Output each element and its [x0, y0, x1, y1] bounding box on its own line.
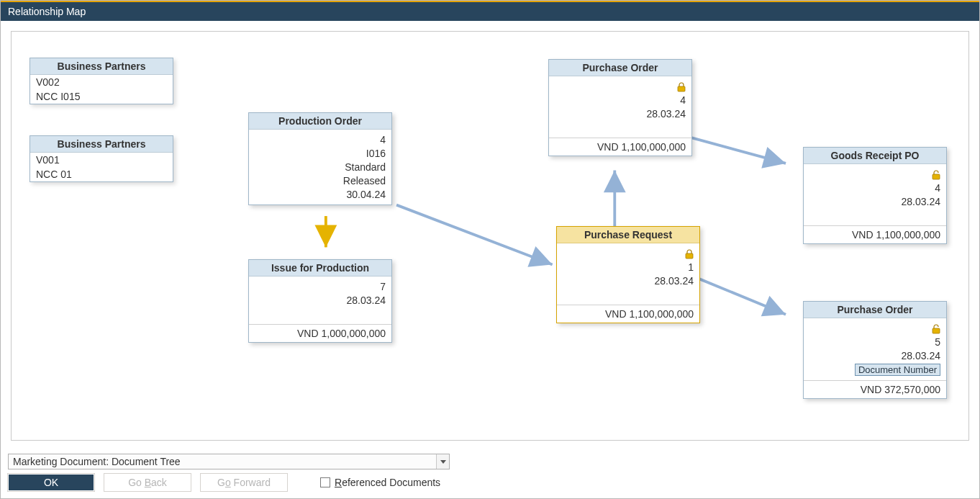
- window-title: Relationship Map: [8, 6, 86, 17]
- node-line: I016: [255, 148, 386, 159]
- node-line: 7: [255, 281, 386, 292]
- goods-receipt-po-node[interactable]: Goods Receipt PO 4 28.03.24 VND 1,100,00…: [803, 147, 947, 244]
- issue-for-production-node[interactable]: Issue for Production 7 28.03.24 VND 1,00…: [248, 259, 392, 343]
- node-line: Released: [255, 175, 386, 186]
- node-line: 30.04.24: [255, 189, 386, 200]
- node-line: 5: [809, 336, 940, 348]
- node-body: 4 28.03.24: [804, 164, 946, 225]
- lock-row: [563, 248, 694, 259]
- node-line: Standard: [255, 161, 386, 173]
- go-back-label: Go Back: [128, 477, 167, 488]
- node-line: 28.03.24: [563, 275, 694, 287]
- purchase-order-top-node[interactable]: Purchase Order 4 28.03.24 VND 1,100,000,…: [548, 59, 692, 156]
- node-line: 28.03.24: [809, 350, 940, 361]
- bp-row: NCC I015: [30, 89, 173, 104]
- business-partners-node-1[interactable]: Business Partners V002 NCC I015: [30, 58, 173, 104]
- buttons-row: OK Go Back Go Forward Referenced Documen…: [8, 474, 972, 491]
- node-header: Purchase Order: [549, 60, 691, 76]
- view-select[interactable]: Marketing Document: Document Tree: [8, 454, 450, 469]
- node-total: VND 1,000,000,000: [249, 324, 391, 342]
- lock-open-icon: [932, 324, 940, 334]
- bp-row: NCC 01: [30, 167, 173, 181]
- checkbox-box[interactable]: [320, 477, 330, 487]
- node-line: 4: [809, 182, 940, 194]
- node-body: 4 I016 Standard Released 30.04.24: [249, 130, 391, 204]
- go-back-button[interactable]: Go Back: [104, 474, 191, 491]
- production-order-node[interactable]: Production Order 4 I016 Standard Release…: [248, 112, 392, 205]
- node-header: Purchase Request: [557, 227, 699, 243]
- node-total: VND 372,570,000: [804, 380, 946, 398]
- svg-rect-7: [933, 174, 940, 179]
- diagram-canvas[interactable]: Business Partners V002 NCC I015 Business…: [11, 31, 969, 441]
- node-total: VND 1,100,000,000: [804, 225, 946, 243]
- svg-line-3: [684, 135, 786, 163]
- svg-rect-8: [933, 328, 940, 333]
- business-partners-node-2[interactable]: Business Partners V001 NCC 01: [30, 135, 173, 182]
- svg-rect-5: [678, 86, 685, 91]
- title-bar: Relationship Map: [1, 2, 979, 21]
- spacer: [555, 122, 686, 133]
- node-header: Purchase Order: [804, 302, 946, 318]
- node-header: Business Partners: [30, 136, 173, 153]
- node-total: VND 1,100,000,000: [549, 138, 691, 156]
- spacer: [255, 308, 386, 320]
- ok-button[interactable]: OK: [8, 474, 94, 491]
- lock-open-icon: [932, 170, 940, 180]
- lock-closed-icon: [685, 249, 694, 259]
- node-body: 1 28.03.24: [557, 243, 699, 305]
- node-line: 28.03.24: [555, 108, 686, 120]
- node-line: 28.03.24: [255, 295, 386, 306]
- node-line: 4: [255, 134, 386, 145]
- node-chip: Document Number: [809, 364, 940, 376]
- referenced-documents-checkbox[interactable]: Referenced Documents: [320, 477, 440, 488]
- svg-line-1: [396, 205, 553, 265]
- referenced-documents-label: Referenced Documents: [335, 477, 440, 488]
- node-body: 7 28.03.24: [249, 277, 391, 324]
- node-line: 28.03.24: [809, 196, 940, 207]
- node-header: Business Partners: [30, 58, 173, 75]
- view-select-value[interactable]: Marketing Document: Document Tree: [8, 454, 450, 469]
- node-header: Goods Receipt PO: [804, 148, 946, 164]
- purchase-order-bottom-node[interactable]: Purchase Order 5 28.03.24 Document Numbe…: [803, 301, 947, 399]
- lock-row: [809, 168, 940, 180]
- bp-row: V001: [30, 153, 173, 167]
- node-header: Production Order: [249, 113, 391, 130]
- bp-row: V002: [30, 75, 173, 89]
- bottom-bar: Marketing Document: Document Tree OK Go …: [1, 451, 979, 498]
- go-forward-button[interactable]: Go Forward: [201, 474, 287, 491]
- svg-line-4: [691, 276, 786, 315]
- document-number-chip: Document Number: [855, 364, 940, 376]
- purchase-request-node[interactable]: Purchase Request 1 28.03.24 VND 1,100,00…: [556, 226, 700, 323]
- lock-closed-icon: [677, 82, 686, 92]
- node-body: 5 28.03.24 Document Number: [804, 318, 946, 380]
- svg-rect-6: [686, 253, 693, 259]
- node-body: 4 28.03.24: [549, 76, 691, 138]
- relationship-map-window: Relationship Map Bu: [0, 0, 980, 499]
- node-line: 4: [555, 94, 686, 106]
- go-forward-label: Go Forward: [217, 477, 271, 488]
- spacer: [809, 210, 940, 221]
- spacer: [563, 289, 694, 300]
- lock-row: [809, 323, 940, 334]
- node-total: VND 1,100,000,000: [557, 305, 699, 323]
- lock-row: [555, 81, 686, 92]
- node-line: 1: [563, 261, 694, 273]
- node-header: Issue for Production: [249, 260, 391, 277]
